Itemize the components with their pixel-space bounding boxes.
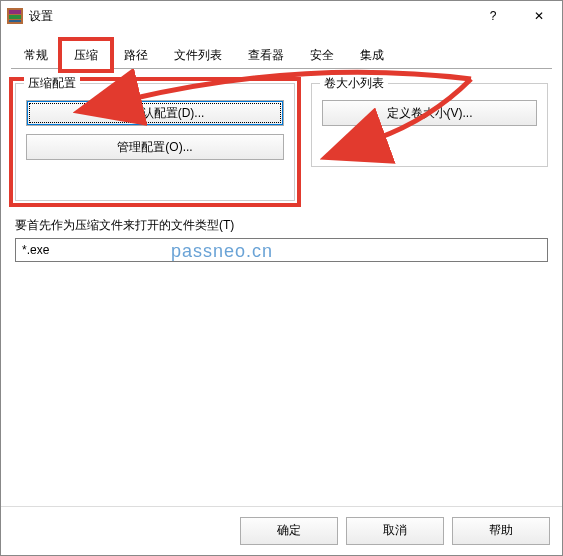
tab-label: 压缩 [74,48,98,62]
tab-viewer[interactable]: 查看器 [235,40,297,70]
help-button[interactable]: ? [470,1,516,31]
close-button[interactable]: ✕ [516,1,562,31]
define-volume-size-button[interactable]: 定义卷大小(V)... [322,100,537,126]
tab-paths[interactable]: 路径 [111,40,161,70]
button-label: 管理配置(O)... [117,140,192,154]
tab-label: 常规 [24,48,48,62]
tab-security[interactable]: 安全 [297,40,347,70]
ok-button[interactable]: 确定 [240,517,338,545]
svg-rect-3 [9,20,21,22]
tab-filelist[interactable]: 文件列表 [161,40,235,70]
app-icon [7,8,23,24]
close-icon: ✕ [534,9,544,23]
tab-compress[interactable]: 压缩 [61,40,111,70]
group-compress-profile: 压缩配置 创建默认配置(D)... 管理配置(O)... [15,83,295,201]
button-label: 创建默认配置(D)... [106,106,205,120]
tab-content: 压缩配置 创建默认配置(D)... 管理配置(O)... 卷大小列表 定义卷大小… [1,69,562,506]
svg-rect-2 [9,15,21,19]
button-label: 定义卷大小(V)... [387,106,473,120]
titlebar: 设置 ? ✕ [1,1,562,31]
tabstrip: 常规 压缩 路径 文件列表 查看器 安全 集成 [1,31,562,69]
tab-label: 集成 [360,48,384,62]
svg-rect-1 [9,10,21,14]
tab-integration[interactable]: 集成 [347,40,397,70]
window-title: 设置 [29,8,470,25]
tab-label: 路径 [124,48,148,62]
open-as-archive-label: 要首先作为压缩文件来打开的文件类型(T) [15,217,548,234]
button-label: 帮助 [489,523,513,537]
help-footer-button[interactable]: 帮助 [452,517,550,545]
help-icon: ? [490,9,497,23]
settings-dialog: 设置 ? ✕ 常规 压缩 路径 文件列表 查看器 安全 集成 压缩配置 创建默认… [0,0,563,556]
button-label: 取消 [383,523,407,537]
create-default-profile-button[interactable]: 创建默认配置(D)... [26,100,284,126]
tab-general[interactable]: 常规 [11,40,61,70]
cancel-button[interactable]: 取消 [346,517,444,545]
tab-label: 安全 [310,48,334,62]
group-legend: 压缩配置 [24,75,80,92]
group-volume-list: 卷大小列表 定义卷大小(V)... [311,83,548,167]
tab-label: 查看器 [248,48,284,62]
dialog-footer: 确定 取消 帮助 [1,506,562,555]
button-label: 确定 [277,523,301,537]
group-legend: 卷大小列表 [320,75,388,92]
open-as-archive-input[interactable] [15,238,548,262]
manage-profiles-button[interactable]: 管理配置(O)... [26,134,284,160]
tab-label: 文件列表 [174,48,222,62]
